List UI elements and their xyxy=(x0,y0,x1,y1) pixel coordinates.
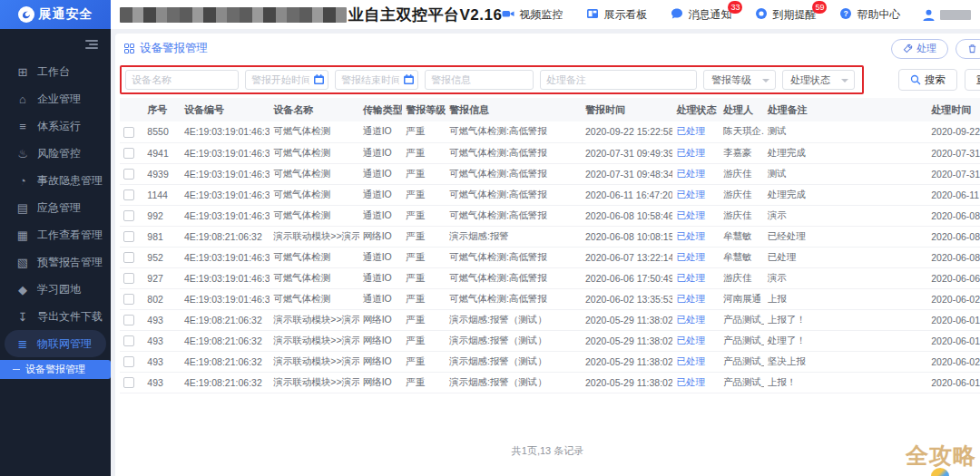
row-checkbox[interactable] xyxy=(123,231,134,242)
sidebar-item-workbench[interactable]: ⊞工作台 xyxy=(0,58,111,85)
cell-status[interactable]: 已处理 xyxy=(672,351,720,372)
table-row: 9274E:19:03:19:01:46:3可燃气体检测通道IO严重可燃气体检测… xyxy=(120,267,980,288)
cell-handler: 产品测试_ xyxy=(720,309,764,330)
sidebar-item-enterprise[interactable]: ⌂企业管理 xyxy=(0,85,111,112)
cell-status[interactable]: 已处理 xyxy=(672,121,720,142)
cell-info: 可燃气体检测:高低警报 xyxy=(446,163,582,184)
cell-transfer: 网络IO xyxy=(359,351,403,372)
column-header: 警报信息 xyxy=(446,98,582,121)
logo-icon xyxy=(18,6,34,23)
nav-item-video-monitor[interactable]: 视频监控 xyxy=(502,7,563,23)
cell-status[interactable]: 已处理 xyxy=(672,226,720,247)
cell-device-id: 4E:19:03:19:01:46:3 xyxy=(181,163,270,184)
handle-status-value: 处理状态 xyxy=(790,73,830,87)
cell-status[interactable]: 已处理 xyxy=(672,309,720,330)
cell-handle-time: 2020-06-11 16:48:3 xyxy=(927,184,980,205)
cell-alarm-time: 2020-06-02 13:35:53 xyxy=(582,288,672,309)
cell-device-name: 可燃气体检测 xyxy=(270,288,358,309)
row-checkbox[interactable] xyxy=(123,377,134,388)
sidebar-item-device-alarm-management[interactable]: 设备警报管理 xyxy=(0,360,111,379)
row-checkbox[interactable] xyxy=(123,273,134,284)
nav-item-message[interactable]: 消息通知33 xyxy=(671,7,731,23)
cell-info: 演示烟感:报警（测试） xyxy=(446,330,582,351)
column-header: 处理备注 xyxy=(764,98,928,121)
cell-status[interactable]: 已处理 xyxy=(672,205,720,226)
process-button[interactable]: 处理 xyxy=(891,39,948,59)
select-all-header xyxy=(120,98,143,121)
table-row: 85504E:19:03:19:01:46:3可燃气体检测通道IO严重可燃气体检… xyxy=(120,121,980,142)
cell-device-id: 4E:19:08:21:06:32 xyxy=(181,226,270,247)
alarm-info-input[interactable] xyxy=(425,70,534,90)
row-checkbox[interactable] xyxy=(123,189,134,200)
cell-device-name: 演示联动模块>>演示... xyxy=(270,351,358,372)
cell-level: 严重 xyxy=(402,205,446,226)
cell-status[interactable]: 已处理 xyxy=(672,184,720,205)
device-name-input[interactable] xyxy=(125,70,239,90)
nav-item-reminder[interactable]: 到期提醒59 xyxy=(755,7,816,23)
nav-item-display-board[interactable]: 展示看板 xyxy=(586,7,647,23)
cell-device-name: 演示联动模块>>演示... xyxy=(270,309,358,330)
cell-info: 可燃气体检测:高低警报 xyxy=(446,205,582,226)
cell-remark: 上报了！ xyxy=(764,309,928,330)
cell-status[interactable]: 已处理 xyxy=(672,247,720,267)
row-checkbox-cell xyxy=(120,205,143,226)
cell-alarm-time: 2020-09-22 15:22:58 xyxy=(582,121,672,142)
sidebar-item-accident[interactable]: ◔事故隐患管理 xyxy=(0,167,111,194)
search-button-label: 搜索 xyxy=(925,73,946,87)
row-checkbox[interactable] xyxy=(123,127,134,138)
handle-status-select[interactable]: 处理状态 xyxy=(782,70,855,90)
cell-level: 严重 xyxy=(402,288,446,309)
row-checkbox[interactable] xyxy=(123,356,134,367)
row-checkbox[interactable] xyxy=(123,315,134,325)
row-checkbox[interactable] xyxy=(123,294,134,305)
row-checkbox[interactable] xyxy=(123,169,134,180)
search-button[interactable]: 搜索 xyxy=(898,69,957,91)
cell-remark: 演示 xyxy=(764,267,928,288)
reset-button[interactable]: 重置 xyxy=(965,69,980,91)
sidebar-item-iot[interactable]: ≣物联网管理 xyxy=(5,330,106,357)
sidebar-item-label: 物联网管理 xyxy=(37,336,92,352)
app-logo[interactable]: 展通安全 xyxy=(0,0,111,29)
cell-transfer: 通道IO xyxy=(359,163,403,184)
nav-item-label: 到期提醒 xyxy=(772,7,816,23)
sidebar-item-risk-control[interactable]: ♨风险管控 xyxy=(0,140,111,167)
row-checkbox-cell xyxy=(120,121,143,142)
cell-status[interactable]: 已处理 xyxy=(672,163,720,184)
cell-status[interactable]: 已处理 xyxy=(672,372,720,393)
handle-remark-input[interactable] xyxy=(540,70,697,90)
cell-info: 演示烟感:报警（测试） xyxy=(446,372,582,393)
sidebar-item-emergency[interactable]: ▤应急管理 xyxy=(0,194,111,221)
delete-button[interactable] xyxy=(956,39,980,59)
cell-no: 493 xyxy=(143,372,181,393)
sidebar-item-download[interactable]: ↧导出文件下载 xyxy=(0,303,111,330)
alarm-table-body: 85504E:19:03:19:01:46:3可燃气体检测通道IO严重可燃气体检… xyxy=(120,121,980,393)
sidebar-item-study[interactable]: ◆学习园地 xyxy=(0,276,111,303)
table-row: 11444E:19:03:19:01:46:3可燃气体检测通道IO严重可燃气体检… xyxy=(120,184,980,205)
cell-handle-time: 2020-07-31 12:01:1 xyxy=(927,163,980,184)
column-header: 警报时间 xyxy=(582,98,672,121)
row-checkbox[interactable] xyxy=(123,148,134,159)
row-checkbox[interactable] xyxy=(123,210,134,221)
sidebar-item-work-view[interactable]: ▦工作查看管理 xyxy=(0,221,111,248)
sidebar-item-system-run[interactable]: ≡体系运行 xyxy=(0,112,111,140)
cell-status[interactable]: 已处理 xyxy=(672,330,720,351)
collapse-menu-icon[interactable] xyxy=(85,40,98,49)
cell-status[interactable]: 已处理 xyxy=(672,267,720,288)
alarm-level-select[interactable]: 警报等级 xyxy=(703,70,776,90)
alarm-start-time-field xyxy=(245,70,328,90)
cell-info: 可燃气体检测:高低警报 xyxy=(446,142,582,163)
cell-handle-time: 2020-06-01 18:24:2 xyxy=(927,372,980,393)
sidebar-item-label: 工作台 xyxy=(37,64,70,80)
nav-item-help[interactable]: ?帮助中心 xyxy=(839,7,900,23)
sidebar-item-label: 体系运行 xyxy=(37,119,81,134)
user-area[interactable] xyxy=(922,8,980,22)
cell-device-id: 4E:19:08:21:06:32 xyxy=(181,330,270,351)
row-checkbox[interactable] xyxy=(123,335,134,346)
cell-no: 8550 xyxy=(143,121,181,142)
cell-alarm-time: 2020-06-11 16:47:20 xyxy=(582,184,672,205)
cell-status[interactable]: 已处理 xyxy=(672,288,720,309)
sidebar-item-warning-report[interactable]: ▧预警报告管理 xyxy=(0,248,111,276)
cell-status[interactable]: 已处理 xyxy=(672,142,720,163)
row-checkbox[interactable] xyxy=(123,252,134,263)
process-button-label: 处理 xyxy=(916,42,936,55)
